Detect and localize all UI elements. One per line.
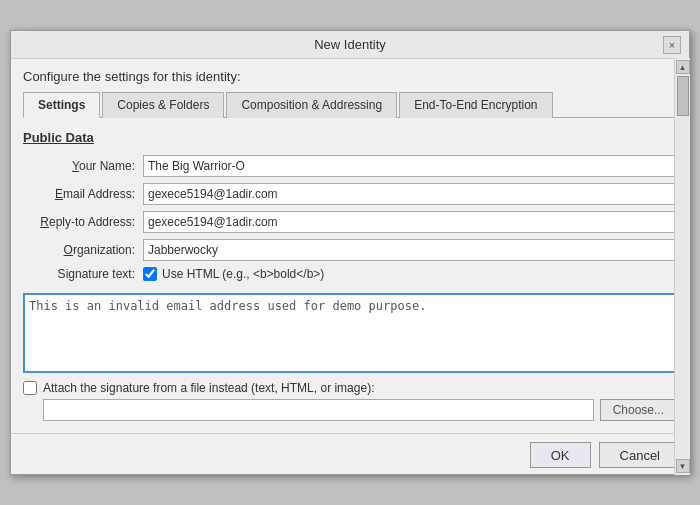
close-button[interactable]: × <box>663 36 681 54</box>
ok-button[interactable]: OK <box>530 442 591 468</box>
title-bar: New Identity × <box>11 31 689 59</box>
scroll-up-arrow[interactable]: ▲ <box>676 60 690 74</box>
scrollbar[interactable]: ▲ ▼ <box>674 58 690 475</box>
signature-label: Signature text: <box>23 267 143 281</box>
attach-path-input[interactable] <box>43 399 594 421</box>
cancel-button[interactable]: Cancel <box>599 442 681 468</box>
tabs-container: Settings Copies & Folders Composition & … <box>23 92 677 118</box>
reply-to-row: Reply-to Address: <box>23 211 677 233</box>
attach-row: Attach the signature from a file instead… <box>23 381 677 395</box>
button-row: OK Cancel <box>11 433 689 474</box>
use-html-checkbox[interactable] <box>143 267 157 281</box>
organization-label: Organization: <box>23 243 143 257</box>
email-address-input[interactable] <box>143 183 677 205</box>
attach-checkbox[interactable] <box>23 381 37 395</box>
organization-row: Organization: <box>23 239 677 261</box>
signature-textarea[interactable]: This is an invalid email address used fo… <box>23 293 677 373</box>
your-name-label: Your Name: <box>23 159 143 173</box>
email-address-label: Email Address: <box>23 187 143 201</box>
organization-input[interactable] <box>143 239 677 261</box>
scroll-down-arrow[interactable]: ▼ <box>676 459 690 473</box>
email-address-row: Email Address: <box>23 183 677 205</box>
your-name-input[interactable] <box>143 155 677 177</box>
tab-composition-addressing[interactable]: Composition & Addressing <box>226 92 397 118</box>
attach-label: Attach the signature from a file instead… <box>43 381 374 395</box>
tab-settings[interactable]: Settings <box>23 92 100 118</box>
tab-copies-folders[interactable]: Copies & Folders <box>102 92 224 118</box>
window-title: New Identity <box>37 37 663 52</box>
reply-to-label: Reply-to Address: <box>23 215 143 229</box>
window-body: Configure the settings for this identity… <box>11 59 689 429</box>
attach-input-row: Choose... <box>23 399 677 421</box>
reply-to-input[interactable] <box>143 211 677 233</box>
configure-text: Configure the settings for this identity… <box>23 69 677 84</box>
tab-end-to-end[interactable]: End-To-End Encryption <box>399 92 552 118</box>
use-html-label: Use HTML (e.g., <b>bold</b>) <box>162 267 324 281</box>
signature-checkbox-row: Use HTML (e.g., <b>bold</b>) <box>143 267 324 281</box>
choose-button[interactable]: Choose... <box>600 399 677 421</box>
scroll-thumb[interactable] <box>677 76 689 116</box>
section-title: Public Data <box>23 130 677 145</box>
signature-row: Signature text: Use HTML (e.g., <b>bold<… <box>23 267 677 281</box>
your-name-row: Your Name: <box>23 155 677 177</box>
